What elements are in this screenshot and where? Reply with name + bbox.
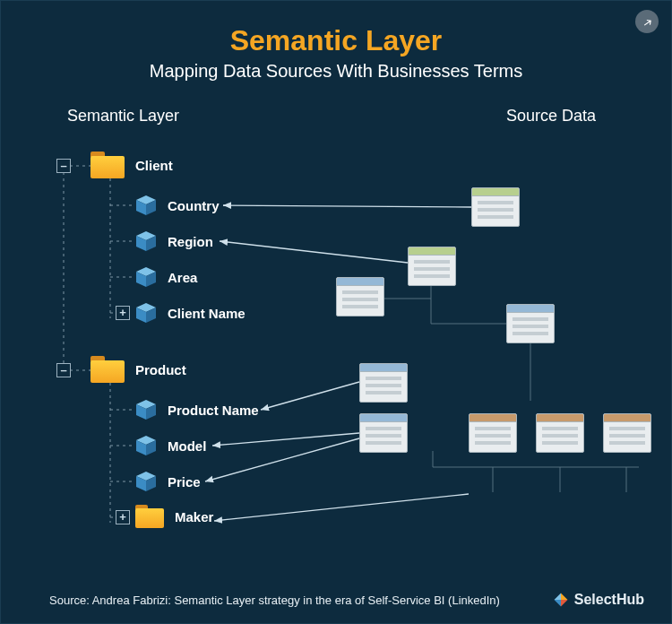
tree-node-price[interactable]: Price <box>135 471 201 492</box>
source-window-f <box>469 413 517 453</box>
tree-label-area: Area <box>168 270 197 285</box>
tree-node-client[interactable]: Client <box>90 152 173 178</box>
diagram-canvas: – Client Country Region Area + Client Na… <box>1 135 672 557</box>
column-head-semantic: Semantic Layer <box>67 107 179 126</box>
expander-client-name[interactable]: + <box>116 306 130 320</box>
source-window-b <box>408 247 456 286</box>
brand-name: SelectHub <box>574 592 644 608</box>
folder-icon <box>90 152 125 178</box>
tree-label-client-name: Client Name <box>168 306 246 321</box>
source-window-e <box>359 363 408 403</box>
source-window-g <box>536 413 584 453</box>
source-window-a <box>471 187 520 227</box>
tree-node-product[interactable]: Product <box>90 356 186 383</box>
expander-client[interactable]: – <box>56 159 71 173</box>
source-window-h <box>603 413 651 453</box>
tree-label-price: Price <box>168 474 201 490</box>
folder-icon <box>90 356 125 383</box>
cube-icon <box>135 399 157 420</box>
footer-source: Source: Andrea Fabrizi: Semantic Layer s… <box>49 594 500 607</box>
cube-icon <box>135 302 157 324</box>
page-subtitle: Mapping Data Sources With Businesses Ter… <box>1 61 671 82</box>
page-title: Semantic Layer <box>1 24 671 57</box>
tree-node-model[interactable]: Model <box>135 435 206 456</box>
svg-marker-21 <box>561 594 568 601</box>
share-icon[interactable] <box>635 10 659 33</box>
tree-node-country[interactable]: Country <box>135 195 220 216</box>
cube-icon <box>135 435 157 456</box>
source-window-c <box>336 277 384 316</box>
svg-marker-24 <box>554 594 561 601</box>
cube-icon <box>135 471 157 492</box>
expander-maker[interactable]: + <box>116 510 130 524</box>
brand-logo: SelectHub <box>553 592 644 608</box>
svg-marker-23 <box>554 600 561 607</box>
svg-marker-22 <box>561 600 568 607</box>
tree-label-model: Model <box>168 438 206 454</box>
tree-label-maker: Maker <box>175 509 213 524</box>
source-window-e2 <box>359 413 408 453</box>
cube-icon <box>135 230 157 252</box>
cube-icon <box>135 195 157 216</box>
source-window-d <box>506 304 555 343</box>
tree-node-product-name[interactable]: Product Name <box>135 399 259 420</box>
selecthub-logo-icon <box>553 592 569 608</box>
expander-product[interactable]: – <box>56 363 71 377</box>
tree-node-client-name[interactable]: Client Name <box>135 302 246 324</box>
column-head-source: Source Data <box>506 107 596 126</box>
folder-icon <box>135 505 164 528</box>
tree-label-region: Region <box>168 234 213 249</box>
tree-label-country: Country <box>168 198 220 213</box>
cube-icon <box>135 266 157 288</box>
tree-label-client: Client <box>135 158 173 173</box>
tree-label-product: Product <box>135 362 186 377</box>
tree-label-product-name: Product Name <box>168 403 259 418</box>
tree-node-maker[interactable]: Maker <box>135 505 213 528</box>
tree-node-area[interactable]: Area <box>135 266 197 288</box>
tree-node-region[interactable]: Region <box>135 230 213 252</box>
